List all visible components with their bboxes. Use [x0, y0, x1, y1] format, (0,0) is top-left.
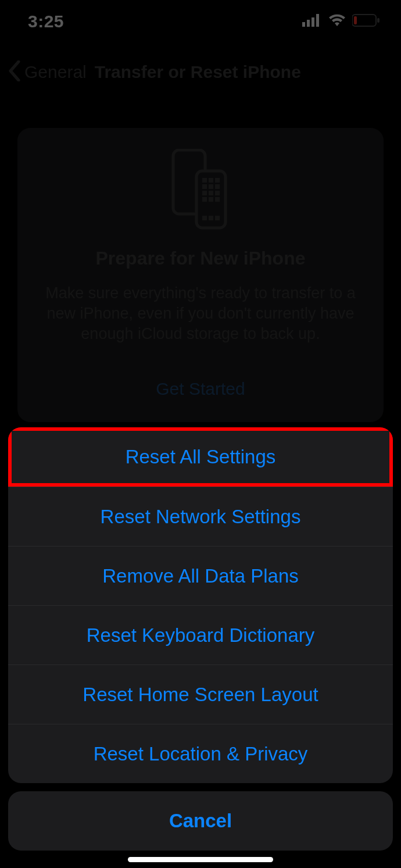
prepare-card: Prepare for New iPhone Make sure everyth… — [17, 128, 384, 422]
svg-rect-19 — [209, 197, 213, 202]
svg-rect-1 — [307, 20, 310, 27]
remove-all-data-plans-button[interactable]: Remove All Data Plans — [8, 546, 393, 605]
reset-location-privacy-button[interactable]: Reset Location & Privacy — [8, 724, 393, 783]
home-indicator[interactable] — [128, 857, 273, 862]
card-description: Make sure everything's ready to transfer… — [34, 283, 367, 344]
svg-rect-17 — [215, 191, 220, 195]
svg-rect-0 — [302, 22, 305, 27]
nav-title: Transfer or Reset iPhone — [95, 62, 301, 82]
action-sheet: Reset All Settings Reset Network Setting… — [8, 427, 393, 851]
status-time: 3:25 — [28, 12, 64, 31]
cancel-button[interactable]: Cancel — [8, 791, 393, 851]
svg-rect-10 — [209, 178, 213, 183]
cellular-icon — [302, 14, 322, 29]
svg-rect-21 — [202, 216, 207, 220]
battery-low-icon — [352, 14, 380, 29]
svg-rect-15 — [202, 191, 207, 195]
reset-options-list: Reset All Settings Reset Network Setting… — [8, 427, 393, 783]
svg-rect-13 — [209, 184, 213, 189]
svg-rect-3 — [316, 14, 319, 27]
svg-rect-22 — [209, 216, 213, 220]
get-started-link[interactable]: Get Started — [34, 379, 367, 399]
status-bar: 3:25 — [0, 0, 401, 43]
svg-rect-23 — [215, 216, 220, 220]
svg-rect-11 — [215, 178, 220, 183]
svg-rect-16 — [209, 191, 213, 195]
svg-rect-12 — [202, 184, 207, 189]
reset-all-settings-button[interactable]: Reset All Settings — [8, 427, 393, 487]
nav-bar: General Transfer or Reset iPhone — [0, 55, 401, 90]
svg-rect-18 — [202, 197, 207, 202]
svg-rect-2 — [312, 17, 314, 27]
svg-rect-14 — [215, 184, 220, 189]
reset-network-settings-button[interactable]: Reset Network Settings — [8, 487, 393, 546]
reset-home-screen-layout-button[interactable]: Reset Home Screen Layout — [8, 665, 393, 724]
status-icons — [302, 14, 380, 29]
reset-keyboard-dictionary-button[interactable]: Reset Keyboard Dictionary — [8, 605, 393, 665]
card-title: Prepare for New iPhone — [34, 248, 367, 269]
svg-rect-5 — [377, 18, 379, 23]
svg-rect-9 — [202, 178, 207, 183]
svg-rect-6 — [354, 16, 357, 24]
transfer-phones-icon — [34, 149, 367, 230]
nav-back-label[interactable]: General — [24, 62, 87, 82]
svg-rect-20 — [215, 197, 220, 202]
back-chevron-icon[interactable] — [8, 60, 24, 84]
wifi-icon — [328, 14, 346, 29]
